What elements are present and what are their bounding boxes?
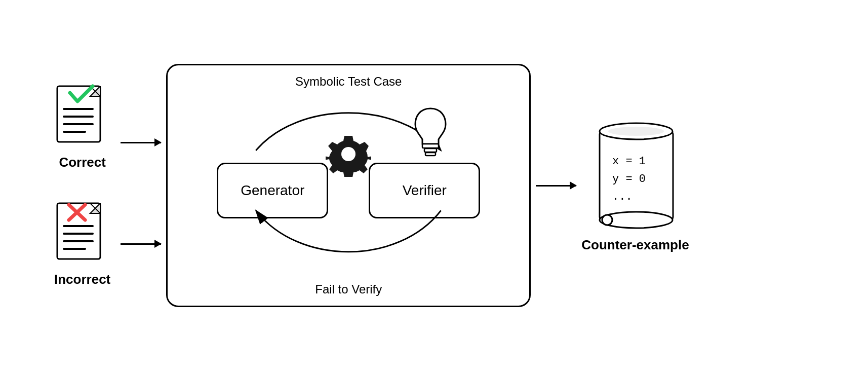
gear-icon [326, 131, 371, 179]
symbolic-label: Symbolic Test Case [295, 75, 402, 89]
generator-box: Generator [217, 163, 328, 218]
left-arrows [121, 84, 161, 287]
generator-label: Generator [241, 182, 304, 199]
svg-text:x  =  1: x = 1 [612, 155, 646, 168]
svg-point-23 [608, 127, 664, 136]
left-documents: Correct [54, 84, 110, 287]
output-arrow-line [536, 185, 576, 187]
incorrect-label: Incorrect [54, 272, 110, 287]
correct-document-item: Correct [55, 84, 110, 170]
svg-text:...: ... [612, 191, 633, 203]
output-item: x = 1 y = 0 ... Counter-example [581, 119, 689, 253]
verifier-label: Verifier [403, 182, 447, 199]
svg-rect-19 [425, 153, 436, 156]
svg-point-16 [341, 147, 356, 161]
lightbulb-icon [410, 106, 451, 164]
svg-text:y  =  0: y = 0 [612, 173, 646, 185]
verifier-box: Verifier [369, 163, 480, 218]
diagram-container: Correct [54, 13, 814, 358]
svg-rect-18 [424, 149, 437, 152]
correct-arrow [121, 142, 161, 143]
incorrect-document-item: Incorrect [54, 201, 110, 287]
incorrect-doc-icon [55, 201, 110, 267]
svg-point-24 [602, 215, 612, 225]
output-arrow [536, 185, 576, 187]
correct-doc-icon [55, 84, 110, 150]
svg-rect-17 [422, 144, 439, 148]
fail-label: Fail to Verify [315, 282, 382, 296]
correct-label: Correct [59, 155, 105, 170]
scroll-icon: x = 1 y = 0 ... [589, 119, 681, 230]
main-box: Symbolic Test Case Fail to Verify [166, 64, 531, 307]
incorrect-arrow [121, 243, 161, 245]
counter-example-label: Counter-example [581, 237, 689, 253]
